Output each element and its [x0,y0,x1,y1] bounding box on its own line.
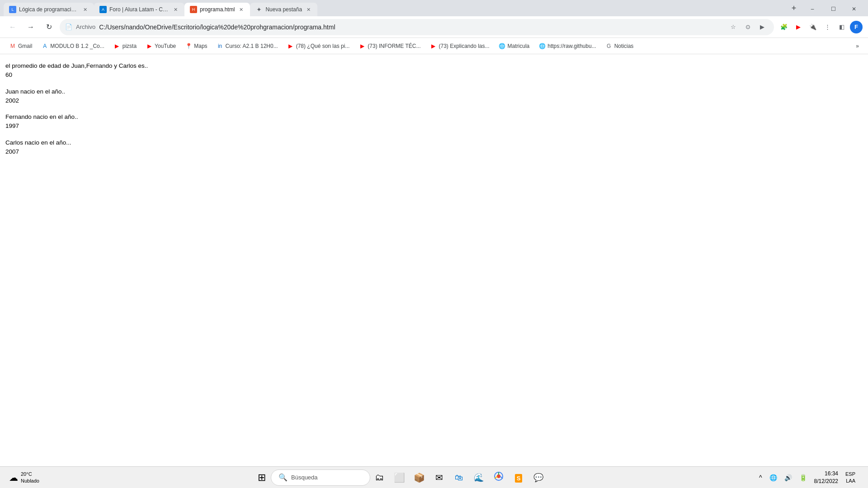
tray-network[interactable]: 🌐 [768,472,779,483]
address-actions: ☆ ⊙ ▶ [727,21,769,33]
bookmark-bm1[interactable]: M Gmail [5,40,36,52]
youtube-ext-button[interactable]: ▶ [792,21,805,33]
bookmark-bm4[interactable]: ▶ YouTube [142,40,179,52]
section-label-sec2: Juan nacio en el año.. [5,87,863,96]
back-button[interactable]: ← [5,20,20,34]
reload-button[interactable]: ↻ [42,20,56,34]
svg-point-1 [497,474,500,478]
maximize-button[interactable]: ☐ [823,2,844,16]
tab-favicon-tab4: ✦ [255,6,263,13]
tab-title-tab1: Lógica de programación: Primer... [19,6,79,13]
locale-indicator[interactable]: ESPLAA [844,469,857,486]
bookmark-label-bm4: YouTube [155,43,176,49]
close-button[interactable]: ✕ [844,2,864,16]
weather-text: 20°C Nublado [21,471,39,484]
screen-cast-button[interactable]: ▶ [756,21,769,33]
bookmark-label-bm9: (73) Explicando las... [439,43,489,49]
tray-battery[interactable]: 🔋 [797,472,809,483]
page-section-sec1: el promedio de edad de Juan,Fernando y C… [5,61,863,80]
bookmark-favicon-bm2: A [41,42,48,50]
bookmark-bm12[interactable]: G Noticias [602,40,637,52]
bookmarks-bar: M Gmail A MODULO B 1.2 _Co... ▶ pizsta ▶… [0,38,868,54]
browser-tab-tab1[interactable]: L Lógica de programación: Primer... ✕ [4,3,94,16]
taskbar-app-icon-app-square: ⬜ [394,472,405,483]
start-button[interactable]: ⊞ [253,469,271,487]
bookmark-bm7[interactable]: ▶ (78) ¿Qué son las pi... [283,40,354,52]
taskbar-app-app-dropbox[interactable]: 📦 [410,469,428,487]
browser-tab-tab3[interactable]: H programa.html ✕ [184,3,250,16]
address-url[interactable]: C:/Users/nando/OneDrive/Escritorio/logic… [99,23,723,31]
section-value-sec3: 1997 [5,122,863,131]
show-desktop-button[interactable] [859,469,863,487]
profile-button[interactable]: F [850,21,863,33]
taskbar-app-app-discord[interactable]: 💬 [529,469,547,487]
bookmark-bm11[interactable]: 🌐 https://raw.githubu... [535,40,599,52]
taskbar-app-app-edge[interactable]: 🌊 [470,469,488,487]
taskbar-left: ☁ 20°C Nublado [5,469,43,486]
bookmark-bm2[interactable]: A MODULO B 1.2 _Co... [38,40,108,52]
address-protocol-label: Archivo [76,23,95,30]
taskbar-center: ⊞ 🔍 Búsqueda 🗂⬜📦✉🛍🌊S💬 [45,469,755,487]
taskbar-app-app-square[interactable]: ⬜ [390,469,408,487]
page-section-sec4: Carlos nacio en el año... 2007 [5,138,863,157]
tray-sound[interactable]: 🔊 [783,472,794,483]
taskbar-app-app-chrome[interactable] [490,469,508,487]
tab-favicon-tab1: L [9,6,16,13]
bookmark-star-button[interactable]: ☆ [727,21,740,33]
extensions-button[interactable]: 🧩 [778,21,790,33]
bookmark-bm3[interactable]: ▶ pizsta [110,40,140,52]
bookmark-bm8[interactable]: ▶ (73) INFORME TÉC... [355,40,424,52]
bookmark-label-bm11: https://raw.githubu... [547,43,596,49]
bookmark-bm6[interactable]: in Curso: A2.1 B 12H0... [213,40,282,52]
bookmark-bm5[interactable]: 📍 Maps [181,40,211,52]
system-clock[interactable]: 16:34 8/12/2022 [811,469,842,486]
taskbar-app-app-files[interactable]: 🗂 [370,469,388,487]
taskbar-app-app-mail[interactable]: ✉ [430,469,448,487]
clock-date: 8/12/2022 [814,478,838,485]
tab-favicon-tab3: H [190,6,197,13]
weather-widget[interactable]: ☁ 20°C Nublado [5,469,43,486]
tab-title-tab4: Nueva pestaña [265,6,302,13]
section-value-sec1: 60 [5,70,863,80]
minimize-button[interactable]: – [802,2,823,16]
section-value-sec2: 2002 [5,96,863,105]
bookmark-favicon-bm8: ▶ [359,42,366,50]
tab-close-tab1[interactable]: ✕ [81,6,89,13]
address-bar[interactable]: 📄 Archivo C:/Users/nando/OneDrive/Escrit… [60,19,774,35]
bookmark-favicon-bm5: 📍 [185,42,192,50]
bookmark-favicon-bm3: ▶ [113,42,121,50]
forward-button[interactable]: → [24,20,38,34]
tab-close-tab3[interactable]: ✕ [237,6,245,13]
browser-tab-tab2[interactable]: A Foro | Alura Latam - Cursos onlin... ✕ [94,3,184,16]
clock-time: 16:34 [825,470,838,478]
reading-mode-button[interactable]: ⊙ [741,21,754,33]
tab-title-tab3: programa.html [200,6,235,13]
ext-button-2[interactable]: ⋮ [821,21,834,33]
tab-close-tab2[interactable]: ✕ [172,6,179,13]
sidebar-button[interactable]: ◧ [835,21,848,33]
taskbar-app-app-sublime[interactable]: S [509,469,528,487]
taskbar-app-app-msstore[interactable]: 🛍 [450,469,468,487]
bookmark-favicon-bm1: M [9,42,16,50]
bookmark-label-bm2: MODULO B 1.2 _Co... [50,43,104,49]
taskbar-search[interactable]: 🔍 Búsqueda [271,469,370,486]
bookmarks-more-button[interactable]: » [852,41,863,51]
bookmark-label-bm5: Maps [194,43,207,49]
ext-button-1[interactable]: 🔌 [807,21,819,33]
bookmark-label-bm6: Curso: A2.1 B 12H0... [226,43,278,49]
page-section-sec3: Fernando nacio en el año.. 1997 [5,113,863,131]
bookmark-bm9[interactable]: ▶ (73) Explicando las... [426,40,493,52]
taskbar-apps: 🗂⬜📦✉🛍🌊S💬 [370,469,547,487]
tab-favicon-tab2: A [99,6,107,13]
browser-tab-tab4[interactable]: ✦ Nueva pestaña ✕ [250,3,317,16]
window-controls: – ☐ ✕ [802,0,864,16]
tray-chevron[interactable]: ^ [757,472,764,483]
bookmark-label-bm10: Matricula [508,43,530,49]
bookmark-bm10[interactable]: 🌐 Matricula [495,40,533,52]
tab-close-tab4[interactable]: ✕ [305,6,312,13]
bookmark-favicon-bm7: ▶ [287,42,294,50]
taskbar-app-icon-app-discord: 💬 [533,472,543,483]
taskbar-app-icon-app-dropbox: 📦 [414,472,425,483]
taskbar-app-icon-app-files: 🗂 [375,472,384,483]
new-tab-button[interactable]: + [788,2,800,14]
